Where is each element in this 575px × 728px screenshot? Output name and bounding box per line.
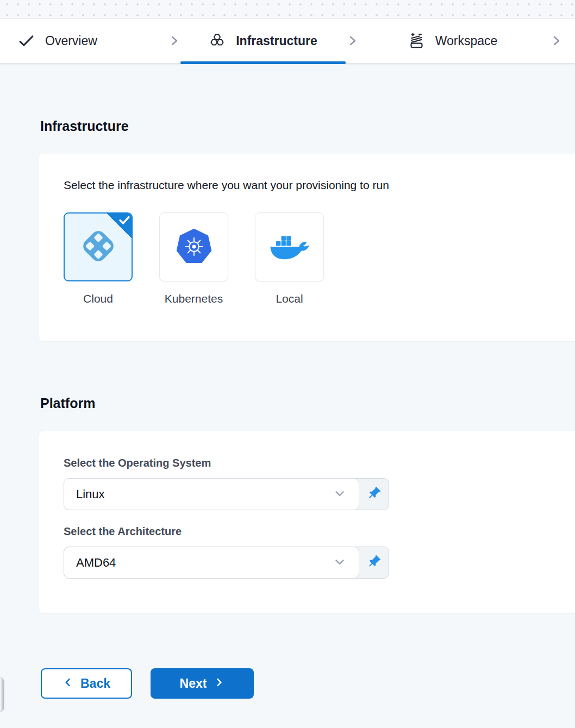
option-local-label: Local — [276, 292, 303, 305]
scroll-edge-artifact — [0, 677, 4, 712]
chevron-right-icon — [547, 34, 565, 47]
pin-icon — [366, 554, 382, 572]
kubernetes-icon — [176, 228, 212, 266]
option-kubernetes-label: Kubernetes — [165, 292, 223, 305]
chevron-right-icon — [214, 676, 224, 691]
tab-overview[interactable]: Overview — [10, 18, 167, 63]
selected-corner-badge — [107, 213, 132, 239]
chevron-left-icon — [62, 676, 73, 691]
arch-select-value: AMD64 — [76, 556, 116, 570]
option-local: Local — [255, 212, 324, 305]
stack-icon — [408, 33, 425, 49]
arch-select-group: AMD64 — [64, 547, 389, 579]
arch-pin-button[interactable] — [359, 547, 389, 578]
os-select-label: Select the Operating System — [64, 457, 551, 469]
infrastructure-prompt: Select the infrastructure where you want… — [64, 179, 551, 192]
chevron-right-icon — [346, 34, 359, 47]
tab-workspace-label: Workspace — [435, 34, 498, 48]
os-pin-button[interactable] — [359, 479, 389, 510]
check-icon — [118, 215, 130, 225]
canvas-dots-strip — [0, 0, 575, 18]
tab-overview-label: Overview — [45, 34, 97, 48]
pin-icon — [366, 486, 382, 503]
hexagons-icon — [209, 33, 226, 49]
option-kubernetes-tile[interactable] — [159, 212, 228, 281]
next-button-label: Next — [180, 676, 207, 691]
back-button-label: Back — [80, 676, 110, 691]
platform-section-heading: Platform — [40, 396, 575, 411]
docker-icon — [269, 230, 310, 264]
back-button[interactable]: Back — [41, 668, 132, 699]
option-cloud-tile[interactable] — [64, 212, 133, 281]
tab-workspace[interactable]: Workspace — [359, 18, 547, 63]
os-select-value: Linux — [76, 487, 105, 501]
next-button[interactable]: Next — [151, 668, 254, 699]
wizard-stepper: Overview Infrastructure W — [0, 18, 575, 63]
chevron-down-icon — [333, 555, 347, 571]
arch-select-label: Select the Architecture — [64, 525, 551, 538]
infrastructure-section-heading: Infrastructure — [40, 118, 575, 134]
check-icon — [18, 33, 35, 49]
option-local-tile[interactable] — [255, 212, 324, 281]
option-cloud: Cloud — [64, 212, 133, 305]
chevron-down-icon — [333, 486, 347, 503]
infrastructure-card: Select the infrastructure where you want… — [39, 154, 575, 341]
tab-infrastructure[interactable]: Infrastructure — [180, 18, 346, 63]
os-select[interactable]: Linux — [64, 478, 359, 510]
arch-select[interactable]: AMD64 — [64, 547, 359, 579]
infrastructure-options: Cloud — [64, 212, 551, 305]
wizard-footer: Back Next — [41, 668, 575, 699]
option-cloud-label: Cloud — [83, 292, 113, 305]
platform-card: Select the Operating System Linux Select… — [39, 431, 575, 613]
os-select-group: Linux — [64, 478, 389, 510]
chevron-right-icon — [167, 34, 180, 47]
tab-infrastructure-label: Infrastructure — [236, 34, 317, 48]
option-kubernetes: Kubernetes — [159, 212, 228, 305]
